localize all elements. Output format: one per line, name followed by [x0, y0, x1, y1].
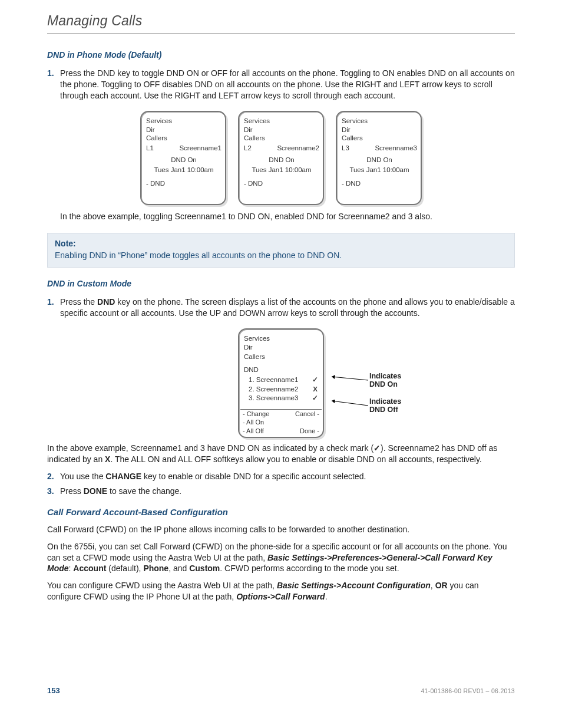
- text-span: Press the: [60, 297, 97, 307]
- text-bold: DND: [97, 297, 115, 307]
- screen-line-id: L3: [342, 144, 349, 153]
- text-span: key to enable or disable DND for a speci…: [141, 472, 366, 481]
- check-icon: [373, 443, 381, 453]
- screen-line: Callers: [342, 134, 417, 143]
- text-span: You can configure CFWD using the Aastra …: [47, 581, 277, 590]
- step-text: Press DONE to save the change.: [60, 486, 515, 497]
- step-text: You use the CHANGE key to enable or disa…: [60, 471, 515, 482]
- check-icon: [311, 375, 319, 385]
- note-box: Note: Enabling DND in “Phone” mode toggl…: [47, 233, 515, 268]
- screen-line: Callers: [244, 134, 319, 143]
- paragraph: Call Forward (CFWD) on the IP phone allo…: [47, 524, 515, 535]
- screen-name: Screenname3: [375, 144, 417, 153]
- text-span: In the above example, Screenname1 and 3 …: [47, 443, 373, 453]
- step-number: 1.: [47, 297, 60, 319]
- screen-line: Dir: [244, 343, 319, 353]
- screen-line: Services: [244, 334, 319, 344]
- screen-line: Services: [244, 117, 319, 126]
- screen-line: Callers: [146, 134, 222, 143]
- doc-id: 41-001386-00 REV01 – 06.2013: [421, 687, 515, 695]
- paragraph: On the 6755i, you can set Call Forward (…: [47, 541, 515, 575]
- heading-dnd-custom-mode: DND in Custom Mode: [47, 278, 515, 289]
- screen-softkey: - DND: [342, 179, 361, 189]
- text-span: key on the phone. The screen displays a …: [60, 297, 515, 318]
- paragraph: In the above example, Screenname1 and 3 …: [47, 443, 515, 465]
- text-span: . CFWD performs according to the mode yo…: [220, 564, 399, 573]
- callout-group: Indicates DND On Indicates DND Off: [328, 372, 446, 423]
- heading-dnd-phone-mode: DND in Phone Mode (Default): [47, 50, 515, 61]
- step-text: Press the DND key on the phone. The scre…: [60, 297, 515, 319]
- softkey-left: - All On: [243, 418, 264, 427]
- text-bold: OR: [435, 581, 448, 590]
- caption-text: In the above example, toggling Screennam…: [60, 211, 515, 222]
- svg-line-0: [332, 377, 368, 380]
- page-header: Managing Calls: [47, 12, 515, 34]
- screen-line-id: L2: [244, 144, 252, 153]
- phone-screen-custom: Services Dir Callers DND 1. Screenname1 …: [238, 328, 324, 438]
- screen-line: Dir: [146, 126, 222, 134]
- svg-line-2: [332, 401, 368, 406]
- text-bold: Custom: [189, 564, 220, 573]
- text-span: , and: [168, 564, 189, 573]
- account-label: 2. Screenname2: [249, 385, 298, 394]
- callout-label-on: Indicates DND On: [369, 372, 401, 389]
- softkey-right: Cancel -: [295, 410, 319, 419]
- text-span: You use the: [60, 472, 105, 481]
- phone-screen: Services Dir Callers L3 Screenname3 DND …: [336, 111, 422, 205]
- svg-marker-1: [332, 375, 335, 379]
- screen-dnd-status: DND On: [146, 156, 222, 165]
- phone-screen: Services Dir Callers L1 Screenname1 DND …: [140, 111, 226, 205]
- screen-line: Services: [342, 117, 417, 126]
- screen-line-id: L1: [146, 144, 154, 153]
- screen-line: Services: [146, 117, 222, 126]
- screen-timestamp: Tues Jan1 10:00am: [244, 166, 319, 175]
- text-span: ,: [431, 581, 435, 590]
- text-span: .: [325, 592, 328, 601]
- screen-dnd-status: DND On: [342, 156, 417, 165]
- screen-softkey: - DND: [244, 179, 263, 189]
- screen-dnd-title: DND: [244, 365, 319, 375]
- screen-timestamp: Tues Jan1 10:00am: [342, 166, 417, 175]
- arrow-icon: [328, 374, 369, 386]
- text-span: (default),: [106, 564, 143, 573]
- text-bold: Account: [73, 564, 106, 573]
- account-label: 1. Screenname1: [249, 375, 298, 385]
- text-bold: CHANGE: [105, 472, 141, 481]
- step-text: Press the DND key to toggle DND ON or OF…: [60, 68, 515, 101]
- text-bolditalic: Options->Call Forward: [236, 592, 325, 601]
- screen-timestamp: Tues Jan1 10:00am: [146, 166, 222, 175]
- arrow-icon: [328, 400, 369, 411]
- x-icon: [311, 385, 319, 394]
- phone-screen: Services Dir Callers L2 Screenname2 DND …: [238, 111, 324, 205]
- text-span: . The ALL ON and ALL OFF softkeys allow …: [110, 454, 481, 464]
- account-label: 3. Screenname3: [249, 394, 298, 403]
- check-icon: [311, 394, 319, 403]
- text-span: Press: [60, 486, 84, 496]
- phone-screens-row: Services Dir Callers L1 Screenname1 DND …: [47, 111, 515, 205]
- step-number: 3.: [47, 486, 60, 497]
- note-label: Note:: [55, 238, 507, 249]
- text-span: to save the change.: [107, 486, 181, 496]
- screen-line: Dir: [342, 126, 417, 134]
- note-body: Enabling DND in “Phone” mode toggles all…: [55, 250, 507, 261]
- screen-dnd-status: DND On: [244, 156, 319, 165]
- screen-name: Screenname1: [179, 144, 222, 153]
- screen-line: Callers: [244, 353, 319, 362]
- heading-cfwd: Call Forward Account-Based Configuration: [47, 506, 515, 518]
- softkey-right: Done -: [300, 427, 319, 436]
- step-number: 2.: [47, 471, 60, 482]
- softkey-left: - All Off: [243, 427, 264, 436]
- screen-softkey: - DND: [146, 179, 165, 189]
- paragraph: You can configure CFWD using the Aastra …: [47, 580, 515, 602]
- step-number: 1.: [47, 68, 60, 101]
- screen-name: Screenname2: [277, 144, 319, 153]
- screen-line: Dir: [244, 126, 319, 134]
- callout-label-off: Indicates DND Off: [369, 397, 401, 414]
- text-bolditalic: Basic Settings->Account Configuration: [277, 581, 431, 590]
- text-bold: DONE: [84, 486, 107, 496]
- page-number: 153: [47, 686, 60, 696]
- svg-marker-3: [332, 400, 335, 403]
- text-bold: Phone: [143, 564, 168, 573]
- softkey-left: - Change: [243, 410, 269, 419]
